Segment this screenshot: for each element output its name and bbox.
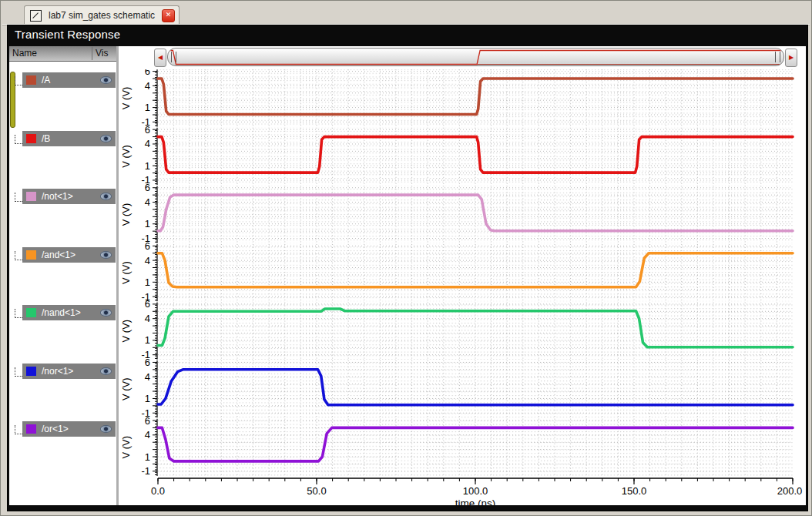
signal-color-swatch (26, 367, 36, 376)
visibility-eye-icon[interactable] (100, 367, 112, 375)
x-tick-label: 50.0 (307, 485, 326, 497)
waveform-strip-not1: 641-1V (V) (120, 182, 793, 244)
visibility-eye-icon[interactable] (100, 76, 112, 84)
signal-color-swatch (26, 250, 36, 260)
tab-lab7-sim-gates[interactable]: lab7 sim_gates schematic ✕ (24, 5, 180, 25)
waveform-strip-and1: 641-1V (V) (120, 240, 793, 303)
y-tick-label: 1 (145, 334, 150, 346)
y-axis-title: V (V) (120, 436, 132, 459)
column-separator (92, 47, 92, 60)
scrollbar-thumb[interactable] (167, 48, 784, 66)
y-tick-label: 4 (145, 80, 150, 92)
tree-connector (15, 135, 22, 144)
waveform-plot[interactable]: 641-1V (V)641-1V (V)641-1V (V)641-1V (V)… (119, 69, 806, 505)
signal-name-label: /not<1> (42, 191, 95, 202)
scroll-left-arrow-icon[interactable]: ◀ (154, 49, 166, 67)
signal-name-label: /or<1> (42, 424, 95, 434)
y-tick-label: 6 (145, 182, 150, 193)
y-tick-label: 6 (145, 69, 150, 77)
waveform-strip-or1: 641-1V (V) (120, 415, 793, 477)
y-tick-label: 1 (145, 102, 150, 113)
waveform-strip-nand1: 641-1V (V) (120, 298, 793, 360)
y-tick-label: 1 (145, 218, 150, 230)
tree-connector (15, 251, 22, 260)
waveform-strip-nor1: 641-1V (V) (120, 357, 793, 419)
y-tick-label: 1 (145, 160, 150, 172)
signal-row-nor1[interactable]: /nor<1> (22, 364, 116, 379)
application-window: lab7 sim_gates schematic ✕ Transient Res… (0, 0, 812, 516)
waveform-window: Transient Response Name Vis /A/B/not<1>/… (7, 25, 808, 511)
tree-connector (15, 309, 22, 318)
signal-name-label: /nor<1> (42, 366, 95, 377)
schematic-window-icon (30, 10, 42, 22)
tab-title: lab7 sim_gates schematic (49, 10, 155, 21)
signal-color-swatch (26, 75, 36, 85)
signal-row-and1[interactable]: /and<1> (22, 247, 116, 263)
signal-row-not1[interactable]: /not<1> (22, 189, 116, 204)
y-axis-title: V (V) (120, 203, 132, 226)
x-tick-label: 150.0 (622, 485, 647, 497)
y-tick-label: 1 (145, 451, 150, 463)
visibility-eye-icon[interactable] (100, 425, 112, 433)
signal-name-label: /B (42, 133, 95, 144)
tree-connector (15, 425, 22, 434)
tree-connector (15, 367, 22, 377)
scroll-right-arrow-icon[interactable]: ▶ (785, 49, 797, 67)
signal-color-swatch (26, 308, 36, 317)
waveform-strip-B: 641-1V (V) (120, 124, 793, 186)
y-axis-title: V (V) (120, 261, 132, 284)
y-tick-label: 4 (145, 255, 150, 266)
waveform-strip-A: 641-1V (V) (120, 69, 793, 128)
x-tick-label: 100.0 (463, 485, 488, 497)
signal-name-label: /A (42, 75, 95, 85)
x-axis: 0.050.0100.0150.0200.0time (ns) (151, 478, 802, 505)
y-tick-label: 4 (145, 138, 150, 149)
visibility-eye-icon[interactable] (100, 135, 112, 142)
y-axis-title: V (V) (120, 87, 132, 110)
y-axis-title: V (V) (120, 145, 132, 168)
y-tick-label: -1 (141, 465, 150, 477)
y-tick-label: 1 (145, 393, 150, 404)
signal-row-A[interactable]: /A (22, 72, 116, 88)
visibility-eye-icon[interactable] (100, 251, 112, 259)
signal-name-label: /nand<1> (42, 307, 95, 318)
y-tick-label: 4 (145, 371, 150, 383)
signal-color-swatch (26, 134, 36, 143)
y-tick-label: 4 (145, 313, 150, 324)
y-tick-label: 6 (145, 124, 150, 136)
y-tick-label: 4 (145, 429, 150, 441)
signal-list-header: Name Vis (9, 46, 116, 62)
signal-color-swatch (26, 192, 36, 201)
thumb-grip-right[interactable] (775, 52, 780, 62)
tab-bar: lab7 sim_gates schematic ✕ (2, 5, 810, 25)
tree-connector (15, 193, 22, 202)
y-axis-title: V (V) (120, 377, 132, 400)
page-title: Transient Response (15, 28, 120, 41)
x-tick-label: 200.0 (777, 485, 803, 497)
signal-color-swatch (26, 424, 36, 434)
signal-row-B[interactable]: /B (22, 131, 116, 146)
tree-connector (15, 76, 22, 85)
y-tick-label: 6 (145, 298, 150, 310)
plot-panel: ◀ ▶ 641-1V (V)641-1V (V)641-1V (V)641-1V… (119, 46, 806, 505)
overview-scrollbar[interactable]: ◀ ▶ (154, 48, 797, 68)
y-tick-label: 6 (145, 240, 150, 252)
signal-row-or1[interactable]: /or<1> (22, 421, 116, 437)
x-axis-title: time (ns) (455, 498, 496, 505)
signal-name-label: /and<1> (42, 250, 95, 260)
signal-row-nand1[interactable]: /nand<1> (22, 305, 116, 320)
close-tab-icon[interactable]: ✕ (162, 9, 175, 22)
overview-waveform-preview (168, 49, 783, 66)
y-tick-label: 4 (145, 196, 150, 208)
thumb-grip-left[interactable] (171, 52, 176, 62)
y-tick-label: 6 (145, 415, 150, 427)
y-tick-label: 6 (145, 357, 150, 368)
x-tick-label: 0.0 (151, 485, 165, 497)
name-column-header: Name (12, 48, 37, 59)
visibility-eye-icon[interactable] (100, 309, 112, 317)
y-axis-title: V (V) (120, 320, 132, 343)
vis-column-header: Vis (96, 48, 108, 59)
visibility-eye-icon[interactable] (100, 193, 112, 200)
signal-list-panel: Name Vis /A/B/not<1>/and<1>/nand<1>/nor<… (9, 46, 119, 505)
y-tick-label: 1 (145, 276, 150, 288)
